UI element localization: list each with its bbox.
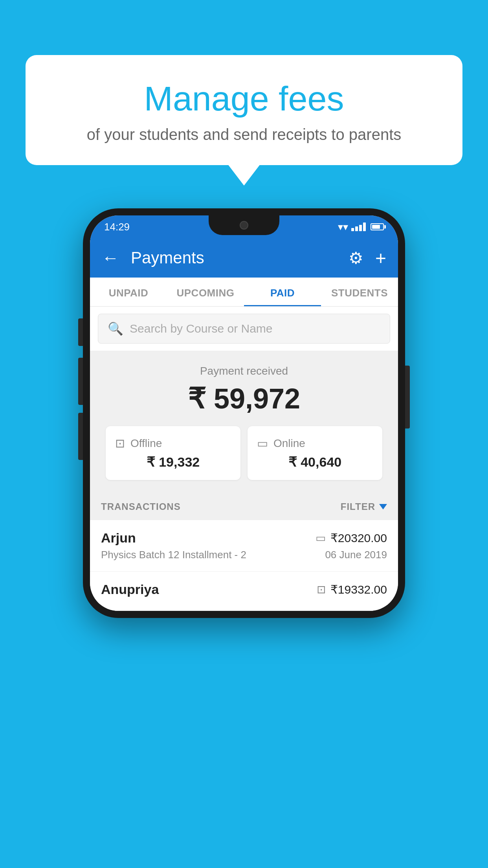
transaction-row-top: Arjun ▭ ₹20320.00 — [101, 530, 387, 546]
status-icons: ▾▾ — [338, 221, 384, 233]
signal-icon — [351, 223, 366, 231]
transaction-row-top: Anupriya ⊡ ₹19332.00 — [101, 582, 387, 597]
payment-received-label: Payment received — [98, 365, 390, 377]
back-button[interactable]: ← — [102, 248, 119, 268]
transaction-amount-row: ⊡ ₹19332.00 — [317, 583, 387, 596]
online-label: Online — [273, 437, 305, 450]
tab-upcoming[interactable]: UPCOMING — [167, 278, 244, 306]
transactions-label: TRANSACTIONS — [101, 501, 181, 512]
tab-unpaid[interactable]: UNPAID — [90, 278, 167, 306]
tabs-bar: UNPAID UPCOMING PAID STUDENTS — [90, 278, 398, 307]
power-button — [405, 366, 410, 428]
phone-notch — [209, 215, 279, 235]
filter-button[interactable]: FILTER — [341, 501, 387, 512]
payment-cards: ⊡ Offline ₹ 19,332 ▭ Online ₹ 40,640 — [98, 426, 390, 480]
transaction-amount: ₹20320.00 — [330, 531, 387, 545]
payment-summary: Payment received ₹ 59,972 ⊡ Offline ₹ 19… — [90, 351, 398, 492]
online-card: ▭ Online ₹ 40,640 — [248, 426, 382, 480]
speech-bubble: Manage fees of your students and send re… — [26, 55, 462, 165]
offline-card: ⊡ Offline ₹ 19,332 — [106, 426, 240, 480]
offline-card-header: ⊡ Offline — [115, 436, 231, 450]
volume-mute-button — [78, 318, 83, 346]
front-camera — [240, 221, 248, 230]
phone-device: 14:29 ▾▾ ← Payments — [83, 208, 405, 618]
filter-icon — [379, 504, 387, 509]
transaction-row[interactable]: Arjun ▭ ₹20320.00 Physics Batch 12 Insta… — [90, 520, 398, 572]
phone-screen: 14:29 ▾▾ ← Payments — [90, 215, 398, 611]
app-header: ← Payments ⚙ + — [90, 238, 398, 278]
volume-down-button — [78, 413, 83, 460]
online-card-header: ▭ Online — [257, 436, 373, 450]
filter-label: FILTER — [341, 501, 375, 512]
transaction-name: Arjun — [101, 530, 136, 546]
bubble-title: Manage fees — [49, 79, 439, 119]
transaction-amount: ₹19332.00 — [330, 583, 387, 596]
header-title: Payments — [131, 248, 341, 267]
tab-paid[interactable]: PAID — [244, 278, 321, 306]
cash-payment-icon: ⊡ — [317, 583, 326, 596]
bubble-subtitle: of your students and send receipts to pa… — [49, 126, 439, 143]
online-amount: ₹ 40,640 — [257, 454, 373, 470]
transactions-section-header: TRANSACTIONS FILTER — [90, 492, 398, 520]
transaction-row[interactable]: Anupriya ⊡ ₹19332.00 — [90, 572, 398, 611]
transaction-course: Physics Batch 12 Installment - 2 — [101, 549, 246, 561]
status-time: 14:29 — [104, 221, 130, 233]
tab-students[interactable]: STUDENTS — [321, 278, 398, 306]
transaction-amount-row: ▭ ₹20320.00 — [316, 531, 387, 545]
payment-amount: ₹ 59,972 — [98, 382, 390, 415]
search-bar[interactable]: 🔍 Search by Course or Name — [98, 314, 390, 344]
offline-amount: ₹ 19,332 — [115, 454, 231, 470]
card-payment-icon: ▭ — [316, 531, 326, 544]
settings-button[interactable]: ⚙ — [349, 248, 363, 268]
search-container: 🔍 Search by Course or Name — [90, 307, 398, 351]
battery-icon — [371, 223, 384, 230]
add-button[interactable]: + — [375, 247, 386, 269]
transaction-date: 06 June 2019 — [325, 549, 387, 561]
wifi-icon: ▾▾ — [338, 221, 348, 233]
cash-icon: ⊡ — [115, 436, 125, 450]
search-icon: 🔍 — [108, 321, 123, 336]
transaction-detail-row: Physics Batch 12 Installment - 2 06 June… — [101, 549, 387, 561]
search-input[interactable]: Search by Course or Name — [130, 322, 273, 335]
phone-frame: 14:29 ▾▾ ← Payments — [83, 208, 405, 618]
volume-up-button — [78, 358, 83, 405]
transaction-name: Anupriya — [101, 582, 159, 597]
card-icon: ▭ — [257, 436, 268, 450]
offline-label: Offline — [130, 437, 162, 450]
